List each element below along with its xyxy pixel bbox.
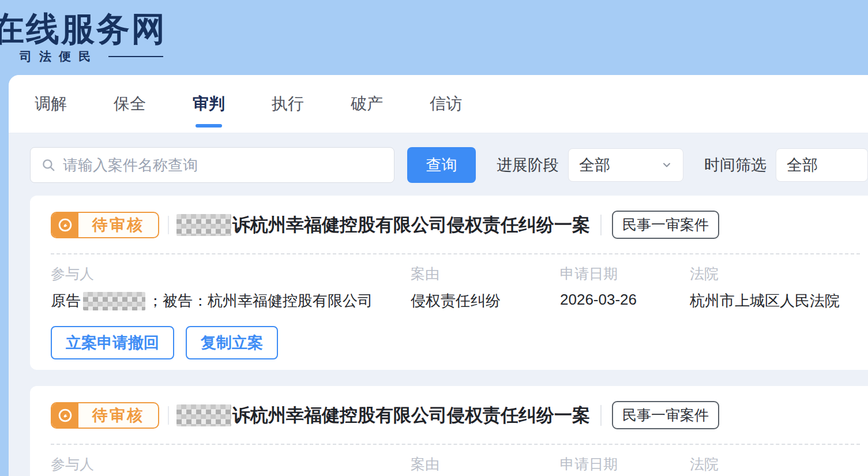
case-type-tag: 民事一审案件: [612, 211, 719, 239]
time-filter-value: 全部: [787, 155, 818, 175]
search-box[interactable]: [30, 147, 394, 183]
participants-suffix: ；被告：杭州幸福健控股有限公司: [148, 291, 373, 311]
search-filter-row: 查询 进展阶段 全部 时间筛选 全部: [30, 147, 868, 183]
card-actions: 立案申请撤回 复制立案: [51, 326, 860, 359]
cause-label: 案由: [411, 455, 560, 474]
status-badge: 待审核: [51, 212, 159, 238]
divider: [168, 406, 169, 425]
case-list: 待审核 诉杭州幸福健控股有限公司侵权责任纠纷一案 民事一审案件 参与人 原告 ；…: [30, 196, 868, 476]
tab-petition[interactable]: 信访: [430, 89, 462, 118]
court-value: 杭州市上城区人民法院: [690, 291, 840, 311]
apply-date-label: 申请日期: [560, 264, 690, 283]
pending-review-icon: [52, 213, 78, 237]
apply-date-label: 申请日期: [560, 455, 690, 474]
redacted-plaintiff-name: [83, 292, 145, 310]
logo-divider-line: [108, 56, 163, 57]
tab-bankruptcy[interactable]: 破产: [351, 89, 383, 118]
pending-review-icon: [52, 403, 78, 428]
divider: [168, 216, 169, 234]
redacted-plaintiff-name: [176, 404, 231, 426]
time-filter-select[interactable]: 全部: [776, 148, 868, 182]
tab-preservation[interactable]: 保全: [114, 89, 146, 118]
query-button[interactable]: 查询: [407, 147, 476, 183]
participants-label: 参与人: [51, 455, 411, 474]
search-icon: [41, 158, 56, 173]
site-logo: 在线服务网 司法便民: [0, 10, 167, 65]
case-title[interactable]: 诉杭州幸福健控股有限公司侵权责任纠纷一案: [232, 213, 590, 237]
tab-enforcement[interactable]: 执行: [272, 89, 304, 118]
status-badge-label: 待审核: [78, 403, 158, 428]
divider: [600, 405, 602, 426]
court-label: 法院: [690, 455, 840, 474]
chevron-down-icon: [661, 159, 672, 171]
tab-trial[interactable]: 审判: [193, 89, 225, 118]
time-filter-label: 时间筛选: [704, 155, 766, 175]
site-logo-title: 在线服务网: [0, 10, 167, 47]
apply-date-value: 2026-03-26: [560, 291, 690, 309]
progress-stage-value: 全部: [579, 155, 610, 175]
site-logo-subtitle: 司法便民: [20, 48, 98, 65]
cause-value: 侵权责任纠纷: [411, 291, 560, 311]
page-header: 在线服务网 司法便民: [0, 0, 868, 75]
tab-mediation[interactable]: 调解: [35, 89, 67, 118]
case-title[interactable]: 诉杭州幸福健控股有限公司侵权责任纠纷一案: [232, 403, 590, 428]
participants-value: 原告 ；被告：杭州幸福健控股有限公司: [51, 291, 411, 311]
copy-filing-button[interactable]: 复制立案: [186, 326, 278, 359]
status-badge: 待审核: [51, 402, 159, 429]
status-badge-label: 待审核: [78, 213, 158, 237]
case-type-tag: 民事一审案件: [612, 401, 719, 429]
redacted-plaintiff-name: [176, 214, 231, 236]
case-card: 待审核 诉杭州幸福健控股有限公司侵权责任纠纷一案 民事一审案件 参与人 原告 ；…: [30, 196, 868, 370]
progress-stage-label: 进展阶段: [497, 155, 559, 175]
dashed-divider: [51, 253, 860, 254]
main-panel: 调解 保全 审判 执行 破产 信访 查询 进展阶段 全部 时间筛选: [9, 75, 868, 476]
case-card: 待审核 诉杭州幸福健控股有限公司侵权责任纠纷一案 民事一审案件 参与人 原告 ，…: [30, 386, 868, 476]
participants-prefix: 原告: [51, 291, 81, 311]
tab-bar: 调解 保全 审判 执行 破产 信访: [9, 75, 868, 133]
participants-label: 参与人: [51, 264, 411, 283]
divider: [600, 215, 602, 235]
search-input[interactable]: [63, 156, 384, 174]
dashed-divider: [51, 444, 860, 445]
court-label: 法院: [690, 264, 840, 283]
withdraw-filing-button[interactable]: 立案申请撤回: [51, 326, 174, 359]
cause-label: 案由: [411, 264, 560, 283]
progress-stage-select[interactable]: 全部: [568, 148, 683, 182]
